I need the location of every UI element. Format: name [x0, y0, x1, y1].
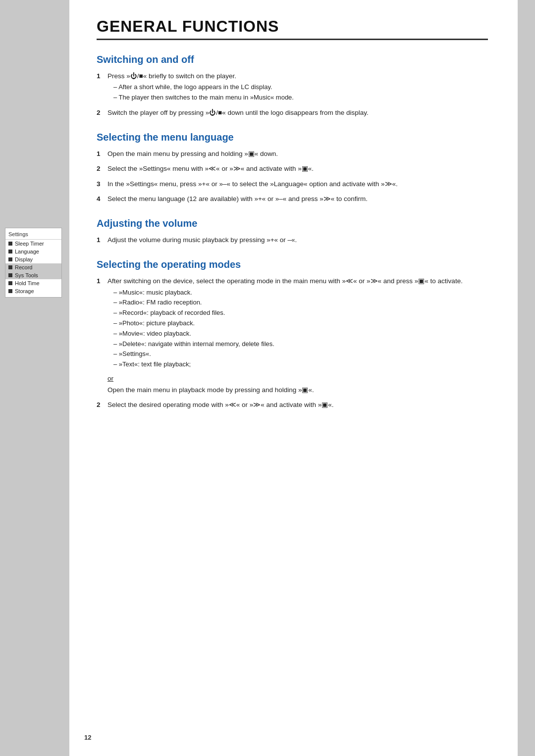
list-item: 1 After switching on the device, select …	[97, 276, 488, 370]
list-item: The player then switches to the main men…	[113, 93, 488, 103]
sidebar-item-language[interactable]: Language	[5, 248, 61, 255]
section-volume: Adjusting the volume 1 Adjust the volume…	[97, 218, 488, 245]
list-item: 2 Select the desired operating mode with…	[97, 400, 488, 410]
bullet-icon	[8, 281, 12, 285]
sidebar-item-record[interactable]: Record	[5, 263, 61, 271]
settings-panel: Settings Sleep Timer Language Display Re…	[5, 228, 62, 298]
list-item: 2 Switch the player off by pressing »⏻/■…	[97, 108, 488, 118]
list-item: »Settings«.	[113, 349, 488, 359]
section-switching: Switching on and off 1 Press »⏻/■« brief…	[97, 54, 488, 118]
operating-list-2: 2 Select the desired operating mode with…	[97, 400, 488, 410]
page-title: GENERAL FUNCTIONS	[97, 17, 488, 40]
bullet-icon	[8, 250, 12, 253]
list-item: 1 Adjust the volume during music playbac…	[97, 235, 488, 245]
section-language: Selecting the menu language 1 Open the m…	[97, 132, 488, 204]
list-item: »Music«: music playback.	[113, 288, 488, 298]
or-label: or	[107, 375, 488, 382]
right-sidebar	[518, 0, 535, 756]
list-item: »Record«: playback of recorded files.	[113, 308, 488, 318]
section-volume-title: Adjusting the volume	[97, 218, 488, 229]
sidebar-item-sleep-timer[interactable]: Sleep Timer	[5, 240, 61, 248]
main-content: GENERAL FUNCTIONS Switching on and off 1…	[69, 0, 518, 756]
list-item: After a short while, the logo appears in…	[113, 82, 488, 93]
section-operating: Selecting the operating modes 1 After sw…	[97, 259, 488, 410]
list-item: »Delete«: navigate within internal memor…	[113, 339, 488, 350]
list-item: 3 In the »Settings« menu, press »+« or »…	[97, 179, 488, 189]
bullet-icon	[8, 289, 12, 293]
sidebar-item-sys-tools[interactable]: Sys Tools	[5, 271, 61, 279]
section-language-title: Selecting the menu language	[97, 132, 488, 143]
bullet-icon	[8, 257, 12, 261]
section-operating-title: Selecting the operating modes	[97, 259, 488, 270]
list-item: »Movie«: video playback.	[113, 329, 488, 339]
sidebar-item-display[interactable]: Display	[5, 255, 61, 263]
list-item: »Photo«: picture playback.	[113, 318, 488, 329]
list-item: »Text«: text file playback;	[113, 359, 488, 370]
list-item: »Radio«: FM radio reception.	[113, 298, 488, 308]
bullet-icon	[8, 242, 12, 246]
sidebar-item-hold-time[interactable]: Hold Time	[5, 279, 61, 287]
volume-list: 1 Adjust the volume during music playbac…	[97, 235, 488, 245]
page-number: 12	[84, 734, 91, 741]
list-item: 4 Select the menu language (12 are avail…	[97, 194, 488, 204]
language-list: 1 Open the main menu by pressing and hol…	[97, 149, 488, 204]
settings-title: Settings	[5, 230, 61, 240]
list-item: 2 Select the »Settings« menu with »≪« or…	[97, 164, 488, 174]
switching-list: 1 Press »⏻/■« briefly to switch on the p…	[97, 71, 488, 118]
operating-list: 1 After switching on the device, select …	[97, 276, 488, 370]
section-switching-title: Switching on and off	[97, 54, 488, 65]
list-item: 1 Open the main menu by pressing and hol…	[97, 149, 488, 159]
left-sidebar: Settings Sleep Timer Language Display Re…	[0, 0, 69, 756]
sidebar-item-storage[interactable]: Storage	[5, 287, 61, 295]
bullet-icon	[8, 265, 12, 269]
list-item: 1 Press »⏻/■« briefly to switch on the p…	[97, 71, 488, 103]
bullet-icon	[8, 273, 12, 277]
or-paragraph: Open the main menu in playback mode by p…	[107, 385, 488, 395]
